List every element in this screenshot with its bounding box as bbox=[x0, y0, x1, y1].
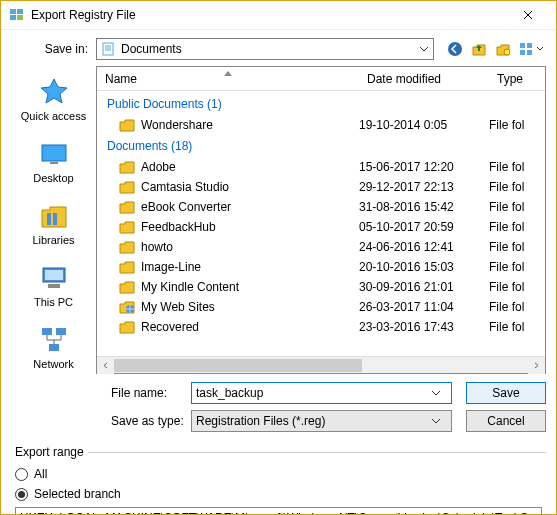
group-header[interactable]: Documents (18) bbox=[97, 135, 545, 157]
svg-rect-2 bbox=[10, 15, 16, 20]
save-in-dropdown[interactable]: Documents bbox=[96, 38, 434, 60]
folder-icon bbox=[119, 299, 135, 315]
file-name: My Kindle Content bbox=[141, 280, 359, 294]
group-header[interactable]: Public Documents (1) bbox=[97, 93, 545, 115]
close-button[interactable] bbox=[508, 1, 548, 29]
scroll-left-icon[interactable] bbox=[97, 357, 114, 374]
file-row[interactable]: eBook Converter31-08-2016 15:42File fol bbox=[97, 197, 545, 217]
svg-rect-17 bbox=[48, 284, 60, 288]
network-icon bbox=[38, 324, 70, 356]
scroll-right-icon[interactable] bbox=[528, 357, 545, 374]
export-range-legend: Export range bbox=[11, 445, 88, 459]
file-row[interactable]: My Kindle Content30-09-2016 21:01File fo… bbox=[97, 277, 545, 297]
scrollbar-horizontal[interactable] bbox=[97, 356, 545, 373]
svg-rect-3 bbox=[17, 15, 23, 20]
file-row[interactable]: My Web Sites26-03-2017 11:04File fol bbox=[97, 297, 545, 317]
place-libraries[interactable]: Libraries bbox=[11, 196, 96, 250]
chevron-down-icon bbox=[431, 418, 447, 424]
col-name-label: Name bbox=[105, 72, 137, 86]
file-type: File fol bbox=[489, 220, 545, 234]
file-row[interactable]: Recovered23-03-2016 17:43File fol bbox=[97, 317, 545, 337]
quick-access-icon bbox=[38, 76, 70, 108]
file-date: 26-03-2017 11:04 bbox=[359, 300, 489, 314]
save-button[interactable]: Save bbox=[466, 382, 546, 404]
place-desktop[interactable]: Desktop bbox=[11, 134, 96, 188]
file-name: Image-Line bbox=[141, 260, 359, 274]
place-label: Network bbox=[33, 358, 73, 370]
file-type: File fol bbox=[489, 160, 545, 174]
folder-icon bbox=[119, 259, 135, 275]
nav-toolbar bbox=[444, 38, 546, 60]
file-name: Wondershare bbox=[141, 118, 359, 132]
file-date: 31-08-2016 15:42 bbox=[359, 200, 489, 214]
export-range-group: Export range All Selected branch HKEY_LO… bbox=[11, 452, 546, 515]
place-label: Libraries bbox=[32, 234, 74, 246]
window-title: Export Registry File bbox=[31, 8, 508, 22]
file-name: Camtasia Studio bbox=[141, 180, 359, 194]
file-row[interactable]: Camtasia Studio29-12-2017 22:13File fol bbox=[97, 177, 545, 197]
filename-label: File name: bbox=[11, 386, 191, 400]
svg-rect-11 bbox=[42, 145, 66, 161]
place-network[interactable]: Network bbox=[11, 320, 96, 374]
view-button[interactable] bbox=[516, 38, 546, 60]
chevron-down-icon bbox=[431, 390, 447, 396]
svg-point-5 bbox=[448, 42, 462, 56]
svg-rect-19 bbox=[56, 328, 66, 335]
folder-icon bbox=[119, 159, 135, 175]
save-in-row: Save in: Documents bbox=[11, 38, 546, 60]
radio-all[interactable] bbox=[15, 468, 28, 481]
svg-rect-16 bbox=[45, 270, 63, 280]
svg-rect-14 bbox=[53, 213, 57, 225]
back-button[interactable] bbox=[444, 38, 466, 60]
file-type: File fol bbox=[489, 300, 545, 314]
col-type[interactable]: Type bbox=[489, 72, 545, 86]
place-this-pc[interactable]: This PC bbox=[11, 258, 96, 312]
col-date[interactable]: Date modified bbox=[359, 72, 489, 86]
folder-icon bbox=[119, 219, 135, 235]
folder-icon bbox=[119, 117, 135, 133]
file-name: eBook Converter bbox=[141, 200, 359, 214]
svg-rect-20 bbox=[49, 344, 59, 351]
file-list[interactable]: Public Documents (1)Wondershare19-10-201… bbox=[97, 91, 545, 356]
saveastype-value: Registration Files (*.reg) bbox=[196, 414, 431, 428]
svg-rect-12 bbox=[50, 162, 58, 164]
radio-selected-row[interactable]: Selected branch bbox=[15, 487, 542, 501]
file-row[interactable]: FeedbackHub05-10-2017 20:59File fol bbox=[97, 217, 545, 237]
file-row[interactable]: Wondershare19-10-2014 0:05File fol bbox=[97, 115, 545, 135]
file-date: 15-06-2017 12:20 bbox=[359, 160, 489, 174]
file-date: 29-12-2017 22:13 bbox=[359, 180, 489, 194]
place-quick-access[interactable]: Quick access bbox=[11, 72, 96, 126]
radio-selected[interactable] bbox=[15, 488, 28, 501]
scroll-thumb[interactable] bbox=[114, 359, 362, 372]
radio-selected-label: Selected branch bbox=[34, 487, 121, 501]
libraries-icon bbox=[38, 200, 70, 232]
svg-rect-13 bbox=[47, 213, 51, 225]
new-folder-button[interactable] bbox=[492, 38, 514, 60]
filename-input[interactable]: task_backup bbox=[191, 382, 452, 404]
file-row[interactable]: Adobe15-06-2017 12:20File fol bbox=[97, 157, 545, 177]
svg-rect-9 bbox=[520, 50, 525, 55]
file-name: Adobe bbox=[141, 160, 359, 174]
file-name: My Web Sites bbox=[141, 300, 359, 314]
file-row[interactable]: Image-Line20-10-2016 15:03File fol bbox=[97, 257, 545, 277]
filename-value: task_backup bbox=[196, 386, 431, 400]
svg-rect-18 bbox=[42, 328, 52, 335]
saveastype-select[interactable]: Registration Files (*.reg) bbox=[191, 410, 452, 432]
cancel-button[interactable]: Cancel bbox=[466, 410, 546, 432]
branch-path-input[interactable]: HKEY_LOCAL_MACHINE\SOFTWARE\Microsoft\Wi… bbox=[15, 507, 542, 515]
saveastype-label: Save as type: bbox=[11, 414, 191, 428]
file-type: File fol bbox=[489, 240, 545, 254]
file-row[interactable]: howto24-06-2016 12:41File fol bbox=[97, 237, 545, 257]
svg-rect-10 bbox=[527, 50, 532, 55]
file-type: File fol bbox=[489, 180, 545, 194]
up-button[interactable] bbox=[468, 38, 490, 60]
file-date: 24-06-2016 12:41 bbox=[359, 240, 489, 254]
titlebar: Export Registry File bbox=[1, 1, 556, 30]
folder-icon bbox=[119, 179, 135, 195]
col-name[interactable]: Name bbox=[97, 72, 359, 86]
scroll-track[interactable] bbox=[114, 357, 528, 374]
radio-all-row[interactable]: All bbox=[15, 467, 542, 481]
file-type: File fol bbox=[489, 118, 545, 132]
file-type: File fol bbox=[489, 200, 545, 214]
sort-asc-icon bbox=[224, 71, 232, 76]
